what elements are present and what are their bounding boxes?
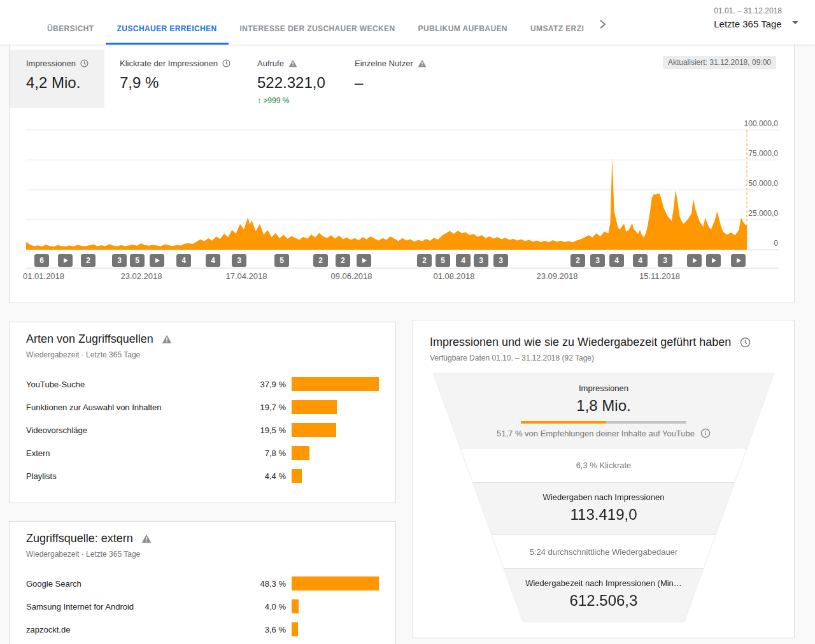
play-icon xyxy=(737,258,741,263)
updated-badge: Aktualisiert: 31.12.2018, 09:00 xyxy=(663,56,776,69)
video-marker-play[interactable] xyxy=(58,254,73,267)
metric-delta: ↑ >999 % xyxy=(257,96,339,105)
metric-label: Impressionen xyxy=(26,59,76,68)
video-marker-count[interactable]: 5 xyxy=(274,254,289,267)
metric-card-ctr[interactable]: Klickrate der Impressionen 7,9 % xyxy=(104,50,242,108)
panel-title: Zugriffsquelle: extern xyxy=(26,532,133,545)
video-marker-count[interactable]: 3 xyxy=(493,254,508,267)
panel-subtitle: Wiedergabezeit · Letzte 365 Tage xyxy=(26,350,379,359)
bar-label: Videovorschläge xyxy=(26,426,246,435)
metric-card-views[interactable]: Aufrufe 522.321,0 ↑ >999 % xyxy=(242,50,339,108)
info-icon[interactable] xyxy=(700,428,711,438)
bar-value: 19,7 % xyxy=(246,403,286,412)
video-marker-count[interactable]: 4 xyxy=(206,254,220,267)
video-marker-count[interactable]: 3 xyxy=(474,254,488,267)
play-icon xyxy=(362,258,367,263)
x-axis-tick-label: 01.08.2018 xyxy=(433,271,474,281)
reach-overview-card: Impressionen 4,2 Mio. Klickrate der Impr… xyxy=(9,45,795,303)
bar-label: Samsung Internet for Android xyxy=(26,602,246,612)
funnel-step-4[interactable]: Wiedergabezeit nach Impressionen (Min…61… xyxy=(434,569,774,622)
video-marker-play[interactable] xyxy=(731,254,746,267)
video-marker-count[interactable]: 4 xyxy=(176,254,191,267)
funnel-progress-fill xyxy=(521,421,606,424)
funnel-step-2[interactable]: Wiedergaben nach Impressionen113.419,0 xyxy=(434,483,774,534)
funnel-step-1[interactable]: 6,3 % Klickrate xyxy=(434,448,774,483)
y-axis-tick-label: 25.000,0 xyxy=(748,209,778,218)
external-sources-card: Zugriffsquelle: extern Wiedergabezeit · … xyxy=(9,521,396,644)
video-marker-count[interactable]: 2 xyxy=(313,254,328,267)
bar-row[interactable]: Google Search48,3 % xyxy=(26,572,379,595)
bar-row[interactable]: Samsung Internet for Android4,0 % xyxy=(26,595,379,618)
tab-publikum-aufbauen[interactable]: PUBLIKUM AUFBAUEN xyxy=(407,14,519,45)
video-marker-count[interactable]: 4 xyxy=(633,254,648,267)
bar-row[interactable]: YouTube-Suche37,9 % xyxy=(26,373,379,396)
video-marker-count[interactable]: 5 xyxy=(130,254,145,267)
bar-row[interactable]: zapzockt.de3,6 % xyxy=(26,618,379,641)
video-marker-count[interactable]: 2 xyxy=(336,254,350,267)
funnel-step-note: 51,7 % von Empfehlungen deiner Inhalte a… xyxy=(497,429,695,438)
funnel-step-title: Wiedergabezeit nach Impressionen (Min… xyxy=(434,569,774,588)
tab-umsatz[interactable]: UMSATZ ERZI xyxy=(519,14,595,45)
metric-card-impressions[interactable]: Impressionen 4,2 Mio. xyxy=(10,50,104,108)
bar-value: 37,9 % xyxy=(246,380,286,389)
bar-track xyxy=(292,377,379,391)
video-marker-count[interactable]: 2 xyxy=(417,254,432,267)
bar-fill xyxy=(292,377,379,391)
bar-fill xyxy=(292,622,298,636)
bar-label: Playlists xyxy=(26,471,246,481)
video-marker-count[interactable]: 6 xyxy=(34,254,49,267)
funnel-step-3[interactable]: 5:24 durchschnittliche Wiedergabedauer xyxy=(434,534,774,569)
tab-zuschauer-erreichen[interactable]: ZUSCHAUER ERREICHEN xyxy=(106,14,229,45)
bar-value: 48,3 % xyxy=(246,579,286,589)
metric-value: 522.321,0 xyxy=(257,74,339,92)
bar-fill xyxy=(292,423,336,437)
warning-icon xyxy=(141,534,152,543)
impressions-funnel-card: Impressionen und wie sie zu Wiedergabeze… xyxy=(413,320,795,638)
tab-uebersicht[interactable]: ÜBERSICHT xyxy=(36,14,106,45)
bar-row[interactable]: Funktionen zur Auswahl von Inhalten19,7 … xyxy=(26,396,379,419)
bar-row[interactable]: Videovorschläge19,5 % xyxy=(26,419,379,441)
panel-subtitle: Wiedergabezeit · Letzte 365 Tage xyxy=(26,550,379,559)
bar-row[interactable]: Playlists4,4 % xyxy=(26,464,379,487)
x-axis-tick-label: 23.02.2018 xyxy=(120,271,162,281)
impressions-funnel[interactable]: Impressionen1,8 Mio.51,7 % von Empfehlun… xyxy=(434,373,774,622)
video-marker-count[interactable]: 3 xyxy=(112,254,127,267)
video-marker-count[interactable]: 2 xyxy=(81,254,96,267)
bar-list: YouTube-Suche37,9 %Funktionen zur Auswah… xyxy=(26,373,379,487)
bar-track xyxy=(292,423,379,437)
tab-overflow-chevron-icon[interactable] xyxy=(597,19,607,29)
bar-row[interactable]: Extern7,8 % xyxy=(26,441,379,464)
date-range-selector[interactable]: 01.01. – 31.12.2018 Letzte 365 Tage xyxy=(714,6,782,29)
impressions-area-chart[interactable] xyxy=(10,121,795,274)
date-range-period: 01.01. – 31.12.2018 xyxy=(714,6,782,15)
impressions-series-area[interactable] xyxy=(26,157,747,250)
tab-interesse-wecken[interactable]: INTERESSE DER ZUSCHAUER WECKEN xyxy=(229,14,407,45)
bar-value: 4,0 % xyxy=(246,602,286,612)
video-marker-count[interactable]: 3 xyxy=(232,254,246,267)
bar-value: 4,4 % xyxy=(246,471,286,481)
video-marker-count[interactable]: 3 xyxy=(658,254,672,267)
bar-label: Funktionen zur Auswahl von Inhalten xyxy=(26,403,246,412)
video-marker-play[interactable] xyxy=(706,254,721,267)
video-marker-play[interactable] xyxy=(687,254,702,267)
video-marker-count[interactable]: 2 xyxy=(570,254,585,267)
video-marker-count[interactable]: 5 xyxy=(436,254,450,267)
date-range-caret-icon[interactable] xyxy=(792,21,798,24)
video-marker-count[interactable]: 3 xyxy=(590,254,605,267)
video-marker-play[interactable] xyxy=(150,254,164,267)
panel-title: Impressionen und wie sie zu Wiedergabeze… xyxy=(430,336,731,349)
warning-icon xyxy=(418,59,427,68)
warning-icon xyxy=(162,334,172,344)
x-axis-tick-label: 23.09.2018 xyxy=(536,271,578,281)
funnel-step-0[interactable]: Impressionen1,8 Mio.51,7 % von Empfehlun… xyxy=(434,373,774,448)
panel-title-row: Zugriffsquelle: extern xyxy=(26,532,379,545)
bar-fill xyxy=(292,446,309,460)
metric-card-unique-users[interactable]: Einzelne Nutzer – xyxy=(339,50,467,108)
y-axis-tick-label: 75.000,0 xyxy=(748,149,778,158)
metric-label: Klickrate der Impressionen xyxy=(120,59,218,68)
video-marker-count[interactable]: 4 xyxy=(456,254,471,267)
video-marker-count[interactable]: 4 xyxy=(609,254,624,267)
video-marker-play[interactable] xyxy=(357,254,371,267)
bar-track xyxy=(292,446,379,460)
metric-label: Einzelne Nutzer xyxy=(355,59,413,68)
